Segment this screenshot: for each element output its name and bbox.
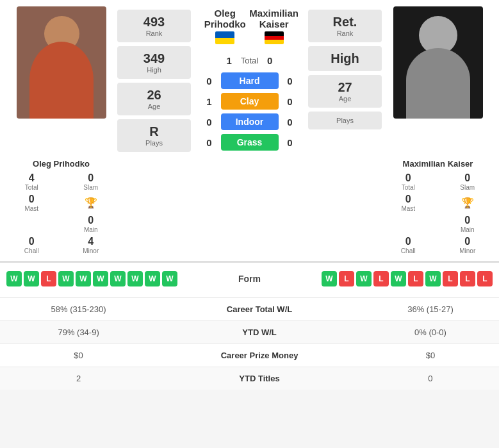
form-badge-right: L [460,271,475,286]
stats-row: 2 YTD Titles 0 [0,367,499,390]
plays-label-left: Plays [125,139,183,147]
right-chall-value: 0 [405,236,411,247]
right-main-label: Main [461,226,475,233]
rank-label-left: Rank [125,29,183,37]
hard-score-left: 0 [203,76,216,87]
plays-block-left: R Plays [117,119,191,152]
rank-value-right: Ret. [316,15,374,29]
left-chall-value: 0 [29,236,35,247]
trophy-icon-left: 🏆 [85,197,97,209]
left-player-heading: Oleg Prihodko [200,8,249,50]
right-main-stat: 0 Main [441,215,495,233]
players-stats-row: Oleg Prihodko 4 Total 0 Slam 0 Mast 🏆 [0,159,499,261]
form-badges-right: WLWLWLWLLL [322,271,493,286]
right-player-heading: Maximilian Kaiser [249,8,299,50]
form-badge-left: W [145,271,160,286]
form-badge-right: L [477,271,493,286]
right-total-stat: 0 Total [382,172,435,191]
right-player-stats: Maximilian Kaiser 0 Total 0 Slam 0 Mast … [382,159,494,254]
stats-label: Career Total W/L [157,298,362,321]
stats-label: YTD W/L [157,321,362,344]
stats-row: $0 Career Prize Money $0 [0,344,499,367]
right-stats-grid: 0 Total 0 Slam 0 Mast 🏆 0 Main [382,172,494,254]
stats-left: 79% (34-9) [0,321,157,344]
right-slam-stat: 0 Slam [441,172,495,191]
right-chall-stat: 0 Chall [382,236,435,254]
stats-label: Career Prize Money [157,344,362,367]
hard-score-right: 0 [284,76,297,87]
ukraine-flag [215,31,234,44]
left-main-stat: 0 Main [65,215,118,233]
grass-score-right: 0 [284,137,297,148]
stats-left: $0 [0,344,157,367]
right-mast-actual [382,215,435,233]
plays-label-right: Plays [316,117,374,124]
left-minor-value: 4 [88,236,94,247]
left-chall-stat: 0 Chall [5,236,58,254]
high-value-right: High [316,51,374,66]
form-badge-right: L [339,271,354,286]
rank-label-right: Rank [316,29,374,37]
left-slam-label: Slam [83,184,98,191]
indoor-row: 0 Indoor 0 [194,113,305,130]
form-badge-left: W [6,271,22,286]
stats-right: 0 [362,367,499,390]
left-mast-actual [5,215,58,233]
right-chall-label: Chall [401,247,416,254]
clay-row: 1 Clay 0 [194,93,305,110]
left-mast-stat: 0 Mast [5,194,58,212]
main-container: 493 Rank 349 High 26 Age R Plays Oleg Pr… [0,0,499,390]
flag-right [249,31,299,46]
left-slam-stat: 0 Slam [65,172,118,191]
grass-badge: Grass [221,134,279,151]
total-score-left: 1 [223,55,236,66]
form-label: Form [224,274,275,284]
stats-right: 0% (0-0) [362,321,499,344]
form-badge-left: W [58,271,74,286]
high-value-left: 349 [125,51,183,66]
rank-block-left: 493 Rank [117,10,191,42]
form-badge-right: W [425,271,441,286]
right-center-spacer [308,159,382,254]
grass-score-left: 0 [203,137,216,148]
clay-badge: Clay [221,93,279,110]
left-stats-grid: 4 Total 0 Slam 0 Mast 🏆 0 Main [5,172,117,254]
left-main-label: Main [84,226,98,233]
left-total-value: 4 [29,172,35,184]
form-badge-right: L [408,271,423,286]
trophy-icon-right: 🏆 [461,197,474,209]
grass-row: 0 Grass 0 [194,134,305,151]
right-slam-value: 0 [464,172,470,184]
rank-block-right: Ret. Rank [308,10,382,42]
form-badge-right: L [373,271,389,286]
right-minor-value: 0 [464,236,470,247]
form-row: WWLWWWWWWW Form WLWLWLWLLL [6,268,493,290]
right-total-label: Total [402,184,415,191]
total-label: Total [241,56,258,65]
age-label-left: Age [125,103,183,110]
total-row: 1 Total 0 [194,55,305,66]
left-minor-stat: 4 Minor [65,236,118,254]
form-badge-right: L [443,271,458,286]
middle-section: Oleg Prihodko Maximilian Kaiser 1 Total … [191,6,308,156]
form-badge-left: L [41,271,56,286]
form-badge-left: W [127,271,143,286]
middle-spacer [191,159,308,254]
stats-label: YTD Titles [157,367,362,390]
hard-row: 0 Hard 0 [194,72,305,89]
center-stats-left: 493 Rank 349 High 26 Age R Plays [117,6,191,156]
left-total-label: Total [25,184,38,191]
stats-right: 36% (15-27) [362,298,499,321]
left-chall-label: Chall [24,247,39,254]
left-main-value: 0 [88,215,94,226]
age-block-right: 27 Age [308,75,382,108]
flag-left [200,31,249,46]
right-mast-value: 0 [405,194,411,205]
form-badge-right: W [356,271,372,286]
germany-flag [265,31,284,44]
plays-block-right: Plays [308,112,382,129]
form-badge-left: W [24,271,39,286]
right-slam-label: Slam [460,184,475,191]
age-value-right: 27 [316,80,374,95]
left-player-stats: Oleg Prihodko 4 Total 0 Slam 0 Mast 🏆 [5,159,117,254]
